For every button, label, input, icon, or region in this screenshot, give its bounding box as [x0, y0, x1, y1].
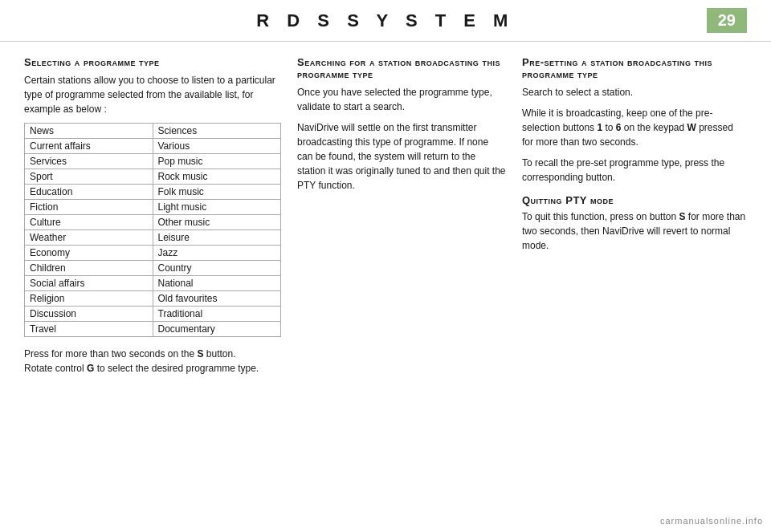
left-column: Selecting a programme type Certain stati…: [24, 56, 281, 522]
table-row: NewsSciences: [25, 124, 281, 139]
right-section-title: Pre-setting a station broadcasting this …: [522, 56, 747, 80]
table-row: EducationFolk music: [25, 185, 281, 200]
middle-section-title: Searching for a station broadcasting thi…: [297, 56, 506, 80]
table-row: EconomyJazz: [25, 246, 281, 261]
table-row: ChildrenCountry: [25, 261, 281, 276]
middle-para2: NaviDrive will settle on the first trans…: [297, 120, 506, 193]
press-instructions: Press for more than two seconds on the S…: [24, 347, 281, 376]
table-row: ServicesPop music: [25, 154, 281, 169]
table-row: Social affairsNational: [25, 276, 281, 291]
quit-text: To quit this function, press on button S…: [522, 209, 747, 253]
page-number: 29: [707, 8, 747, 33]
middle-para1: Once you have selected the programme typ…: [297, 85, 506, 114]
left-intro: Certain stations allow you to choose to …: [24, 73, 281, 116]
left-section-title: Selecting a programme type: [24, 56, 281, 68]
right-column: Pre-setting a station broadcasting this …: [522, 56, 747, 522]
middle-column: Searching for a station broadcasting thi…: [297, 56, 506, 522]
main-content: Selecting a programme type Certain stati…: [0, 42, 771, 530]
programme-table: NewsSciencesCurrent affairsVariousServic…: [24, 123, 281, 337]
quit-title: Quitting PTY mode: [522, 194, 747, 206]
page-header: R D S S Y S T E M 29: [0, 0, 771, 42]
right-para3: To recall the pre-set programme type, pr…: [522, 156, 747, 185]
table-row: CultureOther music: [25, 215, 281, 230]
table-row: ReligionOld favourites: [25, 291, 281, 307]
table-row: DiscussionTraditional: [25, 307, 281, 322]
watermark: carmanualsonline.info: [660, 516, 763, 526]
page-title: R D S S Y S T E M: [64, 10, 707, 31]
table-row: SportRock music: [25, 169, 281, 185]
table-row: Current affairsVarious: [25, 139, 281, 154]
table-row: FictionLight music: [25, 200, 281, 215]
right-para1: Search to select a station.: [522, 85, 747, 99]
right-para2: While it is broadcasting, keep one of th…: [522, 106, 747, 149]
table-row: WeatherLeisure: [25, 230, 281, 246]
table-row: TravelDocumentary: [25, 322, 281, 337]
